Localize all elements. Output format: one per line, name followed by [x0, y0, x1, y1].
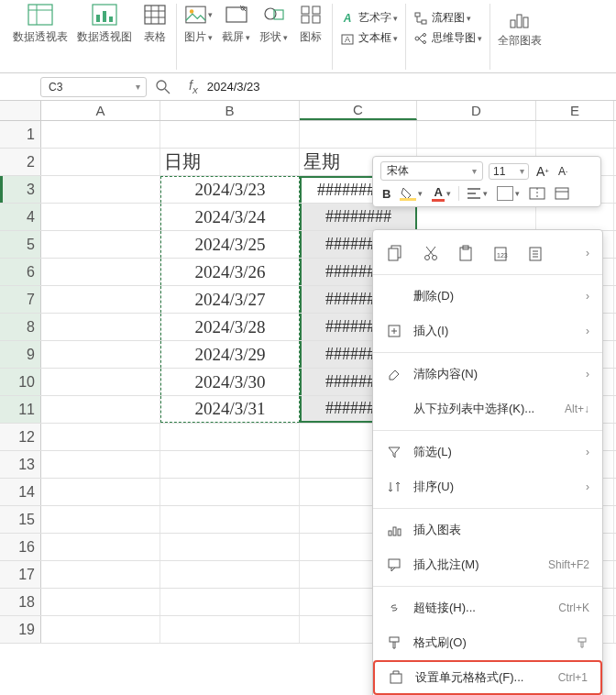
col-header-D[interactable]: D — [417, 101, 536, 120]
paste-special-icon[interactable] — [525, 243, 545, 263]
cell[interactable] — [160, 589, 300, 615]
increase-font-button[interactable]: A+ — [534, 164, 551, 179]
fill-color-button[interactable]: ▾ — [398, 186, 424, 201]
cell[interactable] — [417, 121, 536, 148]
cell[interactable] — [41, 424, 160, 450]
row-header[interactable]: 5 — [0, 231, 41, 258]
row-header[interactable]: 10 — [0, 369, 41, 395]
cell[interactable] — [41, 231, 160, 258]
cell[interactable] — [300, 121, 417, 148]
cell[interactable] — [536, 204, 614, 230]
row-header[interactable]: 15 — [0, 506, 41, 533]
cell[interactable] — [160, 616, 300, 643]
pivot-table-button[interactable]: 数据透视表 — [13, 2, 68, 45]
col-header-A[interactable]: A — [41, 101, 160, 120]
row-header[interactable]: 8 — [0, 314, 41, 340]
cell[interactable]: 2024/3/27 — [160, 286, 300, 313]
wordart-button[interactable]: A艺术字▾ — [340, 10, 398, 26]
pivot-chart-button[interactable]: 数据透视图 — [77, 2, 132, 45]
bold-button[interactable]: B — [380, 187, 392, 201]
row-header[interactable]: 17 — [0, 561, 41, 588]
cell[interactable] — [41, 149, 160, 175]
cell[interactable]: 2024/3/28 — [160, 314, 300, 340]
cell[interactable] — [41, 396, 160, 423]
menu-cell-format[interactable]: 设置单元格格式(F)...Ctrl+1 — [373, 660, 602, 695]
cell[interactable]: 2024/3/29 — [160, 341, 300, 368]
fx-icon[interactable]: fx — [189, 78, 198, 95]
align-button[interactable]: ▾ — [465, 187, 490, 200]
shapes-button[interactable]: 形状▾ — [259, 2, 288, 45]
cell[interactable] — [41, 286, 160, 313]
cell[interactable] — [41, 506, 160, 533]
cell[interactable] — [41, 369, 160, 395]
cell[interactable] — [160, 451, 300, 478]
row-header[interactable]: 2 — [0, 149, 41, 175]
menu-insert[interactable]: 插入(I)› — [373, 314, 602, 348]
font-selector[interactable]: 宋体▾ — [380, 161, 483, 181]
row-header[interactable]: 3 — [0, 176, 41, 203]
cell[interactable] — [160, 506, 300, 533]
menu-clear[interactable]: 清除内容(N)› — [373, 357, 602, 392]
paste-icon[interactable] — [456, 243, 476, 263]
all-charts-button[interactable]: 全部图表 — [498, 6, 542, 49]
select-all-corner[interactable] — [0, 101, 41, 120]
cell[interactable] — [41, 451, 160, 478]
menu-hyperlink[interactable]: 超链接(H)...Ctrl+K — [373, 590, 602, 625]
row-header[interactable]: 11 — [0, 396, 41, 423]
cell[interactable] — [41, 314, 160, 340]
row-header[interactable]: 4 — [0, 204, 41, 230]
flowchart-button[interactable]: 流程图▾ — [413, 10, 482, 26]
autosum-button[interactable] — [553, 187, 571, 200]
textbox-button[interactable]: A文本框▾ — [340, 30, 398, 46]
picture-button[interactable]: ▾ 图片▾ — [184, 2, 213, 45]
cell[interactable] — [41, 341, 160, 368]
menu-dropdown-select[interactable]: 从下拉列表中选择(K)...Alt+↓ — [373, 392, 602, 426]
cell[interactable] — [41, 589, 160, 615]
paste-values-icon[interactable]: 123 — [490, 243, 511, 263]
cell[interactable] — [536, 121, 614, 148]
col-header-B[interactable]: B — [160, 101, 300, 120]
zoom-icon[interactable] — [156, 80, 170, 94]
row-header[interactable]: 6 — [0, 259, 41, 285]
row-header[interactable]: 13 — [0, 451, 41, 478]
menu-insert-comment[interactable]: 插入批注(M)Shift+F2 — [373, 547, 602, 582]
cell[interactable]: 2024/3/31 — [160, 396, 300, 423]
cell[interactable] — [41, 259, 160, 285]
cell[interactable] — [41, 121, 160, 148]
mindmap-button[interactable]: 思维导图▾ — [413, 30, 482, 46]
cell[interactable]: 2024/3/24 — [160, 204, 300, 230]
decrease-font-button[interactable]: A- — [556, 165, 569, 178]
cell[interactable] — [160, 424, 300, 450]
cell[interactable] — [160, 121, 300, 148]
col-header-E[interactable]: E — [536, 101, 614, 120]
row-header[interactable]: 12 — [0, 424, 41, 450]
menu-insert-chart[interactable]: 插入图表 — [373, 513, 602, 547]
chevron-right-icon[interactable]: › — [586, 247, 589, 259]
cell[interactable] — [160, 561, 300, 588]
cell[interactable] — [41, 204, 160, 230]
font-color-button[interactable]: A▾ — [430, 185, 452, 202]
border-button[interactable]: ▾ — [495, 186, 522, 201]
menu-format-painter[interactable]: 格式刷(O) — [373, 625, 602, 660]
cell[interactable] — [160, 534, 300, 560]
merge-button[interactable] — [527, 187, 547, 200]
col-header-C[interactable]: C — [300, 101, 417, 120]
icons-button[interactable]: 图标 — [297, 2, 324, 45]
cell[interactable]: 2024/3/26 — [160, 259, 300, 285]
copy-icon[interactable] — [386, 243, 406, 263]
row-header[interactable]: 1 — [0, 121, 41, 148]
cell[interactable]: 日期 — [160, 149, 300, 175]
cell[interactable] — [41, 561, 160, 588]
screenshot-button[interactable]: 截屏▾ — [222, 2, 250, 45]
name-box[interactable]: C3 — [40, 77, 147, 97]
menu-delete[interactable]: 删除(D)› — [373, 279, 602, 314]
cell[interactable] — [417, 204, 536, 230]
cell[interactable] — [41, 176, 160, 203]
cell[interactable] — [41, 616, 160, 643]
cell[interactable]: 2024/3/23 — [160, 176, 300, 203]
row-header[interactable]: 16 — [0, 534, 41, 560]
cell[interactable]: 2024/3/25 — [160, 231, 300, 258]
menu-sort[interactable]: 排序(U)› — [373, 469, 602, 504]
cut-icon[interactable] — [421, 243, 441, 263]
table-button[interactable]: 表格 — [141, 2, 169, 45]
